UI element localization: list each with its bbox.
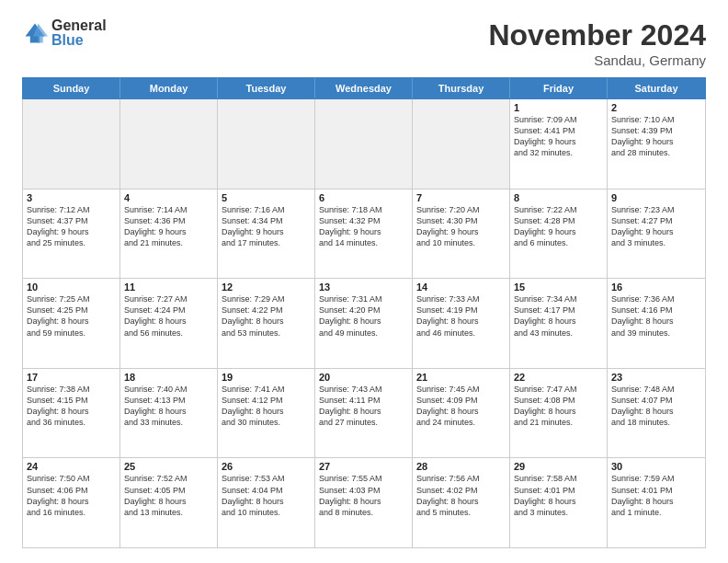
day-cell-7: 7Sunrise: 7:20 AM Sunset: 4:30 PM Daylig…	[413, 190, 510, 279]
day-info: Sunrise: 7:20 AM Sunset: 4:30 PM Dayligh…	[416, 204, 506, 249]
day-info: Sunrise: 7:09 AM Sunset: 4:41 PM Dayligh…	[514, 114, 603, 159]
day-info: Sunrise: 7:59 AM Sunset: 4:01 PM Dayligh…	[611, 473, 701, 518]
day-number: 28	[416, 461, 506, 472]
logo-general-text: General	[51, 18, 107, 33]
day-cell-2: 2Sunrise: 7:10 AM Sunset: 4:39 PM Daylig…	[608, 99, 705, 189]
day-cell-17: 17Sunrise: 7:38 AM Sunset: 4:15 PM Dayli…	[23, 369, 120, 458]
day-cell-8: 8Sunrise: 7:22 AM Sunset: 4:28 PM Daylig…	[510, 190, 608, 279]
header-day-saturday: Saturday	[608, 78, 705, 98]
week-row-5: 24Sunrise: 7:50 AM Sunset: 4:06 PM Dayli…	[23, 458, 705, 547]
day-info: Sunrise: 7:16 AM Sunset: 4:34 PM Dayligh…	[222, 204, 311, 249]
day-cell-25: 25Sunrise: 7:52 AM Sunset: 4:05 PM Dayli…	[120, 458, 218, 547]
day-info: Sunrise: 7:52 AM Sunset: 4:05 PM Dayligh…	[124, 473, 213, 518]
logo-blue-text: Blue	[51, 33, 107, 48]
day-cell-14: 14Sunrise: 7:33 AM Sunset: 4:19 PM Dayli…	[413, 279, 510, 368]
day-number: 25	[124, 461, 213, 472]
month-title: November 2024	[488, 18, 706, 52]
day-info: Sunrise: 7:31 AM Sunset: 4:20 PM Dayligh…	[319, 293, 408, 339]
day-number: 20	[319, 372, 408, 383]
week-row-1: 1Sunrise: 7:09 AM Sunset: 4:41 PM Daylig…	[23, 99, 705, 190]
day-info: Sunrise: 7:22 AM Sunset: 4:28 PM Dayligh…	[514, 204, 603, 249]
day-cell-21: 21Sunrise: 7:45 AM Sunset: 4:09 PM Dayli…	[413, 369, 510, 458]
day-cell-22: 22Sunrise: 7:47 AM Sunset: 4:08 PM Dayli…	[510, 369, 608, 458]
header: General Blue November 2024 Sandau, Germa…	[22, 18, 706, 68]
day-cell-18: 18Sunrise: 7:40 AM Sunset: 4:13 PM Dayli…	[120, 369, 218, 458]
day-cell-9: 9Sunrise: 7:23 AM Sunset: 4:27 PM Daylig…	[608, 190, 705, 279]
empty-cell	[23, 99, 120, 189]
day-info: Sunrise: 7:10 AM Sunset: 4:39 PM Dayligh…	[611, 114, 701, 159]
day-number: 12	[222, 282, 311, 293]
day-info: Sunrise: 7:12 AM Sunset: 4:37 PM Dayligh…	[27, 204, 116, 249]
logo: General Blue	[22, 18, 107, 48]
day-number: 3	[27, 192, 116, 203]
day-number: 9	[611, 192, 701, 203]
day-number: 8	[514, 192, 603, 203]
day-number: 5	[222, 192, 311, 203]
day-cell-13: 13Sunrise: 7:31 AM Sunset: 4:20 PM Dayli…	[315, 279, 413, 368]
day-info: Sunrise: 7:14 AM Sunset: 4:36 PM Dayligh…	[124, 204, 213, 249]
day-cell-4: 4Sunrise: 7:14 AM Sunset: 4:36 PM Daylig…	[120, 190, 218, 279]
day-cell-24: 24Sunrise: 7:50 AM Sunset: 4:06 PM Dayli…	[23, 458, 120, 547]
day-info: Sunrise: 7:34 AM Sunset: 4:17 PM Dayligh…	[514, 293, 603, 339]
day-cell-15: 15Sunrise: 7:34 AM Sunset: 4:17 PM Dayli…	[510, 279, 608, 368]
day-number: 11	[124, 282, 213, 293]
logo-text: General Blue	[51, 18, 107, 48]
day-info: Sunrise: 7:56 AM Sunset: 4:02 PM Dayligh…	[416, 473, 506, 518]
calendar-header: SundayMondayTuesdayWednesdayThursdayFrid…	[22, 77, 706, 99]
day-info: Sunrise: 7:45 AM Sunset: 4:09 PM Dayligh…	[416, 384, 506, 429]
day-number: 17	[27, 372, 116, 383]
day-number: 15	[514, 282, 603, 293]
day-cell-10: 10Sunrise: 7:25 AM Sunset: 4:25 PM Dayli…	[23, 279, 120, 368]
header-day-wednesday: Wednesday	[315, 78, 413, 98]
day-info: Sunrise: 7:33 AM Sunset: 4:19 PM Dayligh…	[416, 293, 506, 339]
day-info: Sunrise: 7:48 AM Sunset: 4:07 PM Dayligh…	[611, 384, 701, 429]
day-info: Sunrise: 7:38 AM Sunset: 4:15 PM Dayligh…	[27, 384, 116, 429]
page: General Blue November 2024 Sandau, Germa…	[0, 0, 728, 563]
day-info: Sunrise: 7:41 AM Sunset: 4:12 PM Dayligh…	[222, 384, 311, 429]
day-cell-5: 5Sunrise: 7:16 AM Sunset: 4:34 PM Daylig…	[218, 190, 315, 279]
empty-cell	[120, 99, 218, 189]
title-block: November 2024 Sandau, Germany	[488, 18, 706, 68]
day-number: 30	[611, 461, 701, 472]
day-number: 7	[416, 192, 506, 203]
day-number: 19	[222, 372, 311, 383]
day-cell-30: 30Sunrise: 7:59 AM Sunset: 4:01 PM Dayli…	[608, 458, 705, 547]
header-day-thursday: Thursday	[413, 78, 510, 98]
week-row-3: 10Sunrise: 7:25 AM Sunset: 4:25 PM Dayli…	[23, 279, 705, 369]
day-info: Sunrise: 7:36 AM Sunset: 4:16 PM Dayligh…	[611, 293, 701, 339]
day-cell-26: 26Sunrise: 7:53 AM Sunset: 4:04 PM Dayli…	[218, 458, 315, 547]
day-info: Sunrise: 7:27 AM Sunset: 4:24 PM Dayligh…	[124, 293, 213, 339]
day-cell-29: 29Sunrise: 7:58 AM Sunset: 4:01 PM Dayli…	[510, 458, 608, 547]
day-number: 16	[611, 282, 701, 293]
day-number: 10	[27, 282, 116, 293]
day-info: Sunrise: 7:40 AM Sunset: 4:13 PM Dayligh…	[124, 384, 213, 429]
empty-cell	[413, 99, 510, 189]
day-info: Sunrise: 7:58 AM Sunset: 4:01 PM Dayligh…	[514, 473, 603, 518]
week-row-2: 3Sunrise: 7:12 AM Sunset: 4:37 PM Daylig…	[23, 190, 705, 280]
calendar: SundayMondayTuesdayWednesdayThursdayFrid…	[22, 77, 706, 548]
day-number: 29	[514, 461, 603, 472]
day-number: 1	[514, 102, 603, 113]
day-cell-6: 6Sunrise: 7:18 AM Sunset: 4:32 PM Daylig…	[315, 190, 413, 279]
day-cell-28: 28Sunrise: 7:56 AM Sunset: 4:02 PM Dayli…	[413, 458, 510, 547]
day-cell-16: 16Sunrise: 7:36 AM Sunset: 4:16 PM Dayli…	[608, 279, 705, 368]
day-number: 24	[27, 461, 116, 472]
day-number: 18	[124, 372, 213, 383]
day-cell-20: 20Sunrise: 7:43 AM Sunset: 4:11 PM Dayli…	[315, 369, 413, 458]
header-day-sunday: Sunday	[23, 78, 120, 98]
day-number: 27	[319, 461, 408, 472]
day-cell-12: 12Sunrise: 7:29 AM Sunset: 4:22 PM Dayli…	[218, 279, 315, 368]
day-cell-1: 1Sunrise: 7:09 AM Sunset: 4:41 PM Daylig…	[510, 99, 608, 189]
day-cell-27: 27Sunrise: 7:55 AM Sunset: 4:03 PM Dayli…	[315, 458, 413, 547]
header-day-tuesday: Tuesday	[218, 78, 315, 98]
header-day-monday: Monday	[120, 78, 218, 98]
logo-icon	[22, 20, 48, 46]
location: Sandau, Germany	[488, 52, 706, 68]
day-info: Sunrise: 7:43 AM Sunset: 4:11 PM Dayligh…	[319, 384, 408, 429]
day-number: 4	[124, 192, 213, 203]
day-info: Sunrise: 7:25 AM Sunset: 4:25 PM Dayligh…	[27, 293, 116, 339]
day-info: Sunrise: 7:50 AM Sunset: 4:06 PM Dayligh…	[27, 473, 116, 518]
day-info: Sunrise: 7:23 AM Sunset: 4:27 PM Dayligh…	[611, 204, 701, 249]
day-number: 6	[319, 192, 408, 203]
day-number: 14	[416, 282, 506, 293]
